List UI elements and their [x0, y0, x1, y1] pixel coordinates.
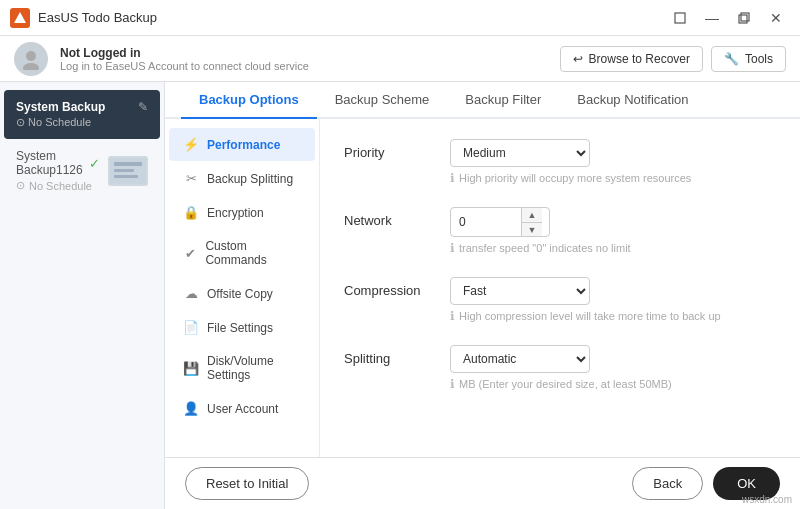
spinner-down-btn[interactable]: ▼ [522, 222, 542, 236]
settings-content: Priority Low Medium High ℹ High priority… [320, 119, 800, 457]
footer-left: Reset to Initial [185, 467, 309, 500]
priority-label: Priority [344, 139, 434, 160]
compression-hint: ℹ High compression level will take more … [450, 309, 776, 323]
menu-item-commands[interactable]: ✔ Custom Commands [169, 230, 315, 276]
sidebar-item-backup1126[interactable]: System Backup1126 ✓ ⊙ No Schedule [4, 141, 160, 200]
sidebar-item2-sub: ⊙ No Schedule [16, 179, 100, 192]
performance-icon: ⚡ [183, 137, 199, 152]
app-logo [10, 8, 30, 28]
settings-panel: ⚡ Performance ✂ Backup Splitting 🔒 Encry… [165, 119, 800, 457]
encryption-icon: 🔒 [183, 205, 199, 220]
user-name: Not Logged in [60, 46, 548, 60]
close-btn[interactable]: ✕ [762, 4, 790, 32]
menu-item-splitting[interactable]: ✂ Backup Splitting [169, 162, 315, 195]
compression-label: Compression [344, 277, 434, 298]
menu-item-disk[interactable]: 💾 Disk/Volume Settings [169, 345, 315, 391]
filesettings-icon: 📄 [183, 320, 199, 335]
splitting-hint-icon: ℹ [450, 377, 455, 391]
splitting-hint: ℹ MB (Enter your desired size, at least … [450, 377, 776, 391]
svg-point-5 [23, 63, 39, 70]
menu-item-encryption[interactable]: 🔒 Encryption [169, 196, 315, 229]
main-layout: System Backup ✎ ⊙ No Schedule System Bac… [0, 82, 800, 509]
sidebar-item2-title: System Backup1126 [16, 149, 85, 177]
menu-item-filesettings[interactable]: 📄 File Settings [169, 311, 315, 344]
headerbar: Not Logged in Log in to EaseUS Account t… [0, 36, 800, 82]
header-buttons: ↩ Browse to Recover 🔧 Tools [560, 46, 786, 72]
svg-rect-8 [114, 169, 134, 172]
disk-icon: 💾 [183, 361, 199, 376]
priority-select[interactable]: Low Medium High [450, 139, 590, 167]
window-controls: — ✕ [666, 4, 790, 32]
svg-rect-3 [741, 13, 749, 21]
splitting-select[interactable]: Automatic Custom [450, 345, 590, 373]
network-hint: ℹ transfer speed "0" indicates no limit [450, 241, 776, 255]
spinner-up-btn[interactable]: ▲ [522, 208, 542, 222]
check-icon: ✓ [89, 156, 100, 171]
tab-backup-notification[interactable]: Backup Notification [559, 82, 706, 119]
tools-icon: 🔧 [724, 52, 739, 66]
tabs: Backup Options Backup Scheme Backup Filt… [165, 82, 800, 119]
browse-icon: ↩ [573, 52, 583, 66]
menu-item-user[interactable]: 👤 User Account [169, 392, 315, 425]
compression-control: None Fast Normal High ℹ High compression… [450, 277, 776, 323]
maximize-btn[interactable] [730, 4, 758, 32]
footer: Reset to Initial Back OK [165, 457, 800, 509]
reset-initial-btn[interactable]: Reset to Initial [185, 467, 309, 500]
splitting-control: Automatic Custom ℹ MB (Enter your desire… [450, 345, 776, 391]
svg-rect-2 [739, 15, 747, 23]
sidebar-item1-sub: ⊙ No Schedule [16, 116, 148, 129]
sidebar-thumbnail [108, 156, 148, 186]
avatar [14, 42, 48, 76]
sidebar: System Backup ✎ ⊙ No Schedule System Bac… [0, 82, 165, 509]
priority-hint-icon: ℹ [450, 171, 455, 185]
compression-row: Compression None Fast Normal High ℹ High… [344, 277, 776, 323]
priority-row: Priority Low Medium High ℹ High priority… [344, 139, 776, 185]
back-btn[interactable]: Back [632, 467, 703, 500]
offsite-icon: ☁ [183, 286, 199, 301]
tools-btn[interactable]: 🔧 Tools [711, 46, 786, 72]
priority-control: Low Medium High ℹ High priority will occ… [450, 139, 776, 185]
network-control: 0 ▲ ▼ ℹ transfer speed "0" indicates no … [450, 207, 776, 255]
user-icon: 👤 [183, 401, 199, 416]
priority-hint: ℹ High priority will occupy more system … [450, 171, 776, 185]
splitting-label: Splitting [344, 345, 434, 366]
network-row: Network 0 ▲ ▼ ℹ transfer speed "0" indic… [344, 207, 776, 255]
app-title: EasUS Todo Backup [38, 10, 658, 25]
restore-btn[interactable] [666, 4, 694, 32]
settings-menu: ⚡ Performance ✂ Backup Splitting 🔒 Encry… [165, 119, 320, 457]
user-info: Not Logged in Log in to EaseUS Account t… [60, 46, 548, 72]
network-label: Network [344, 207, 434, 228]
edit-icon[interactable]: ✎ [138, 100, 148, 114]
spinner-buttons: ▲ ▼ [521, 208, 542, 236]
menu-item-offsite[interactable]: ☁ Offsite Copy [169, 277, 315, 310]
svg-rect-1 [675, 13, 685, 23]
minimize-btn[interactable]: — [698, 4, 726, 32]
user-sub: Log in to EaseUS Account to connect clou… [60, 60, 548, 72]
tab-backup-options[interactable]: Backup Options [181, 82, 317, 119]
compression-select[interactable]: None Fast Normal High [450, 277, 590, 305]
content-area: Backup Options Backup Scheme Backup Filt… [165, 82, 800, 509]
browse-recover-btn[interactable]: ↩ Browse to Recover [560, 46, 703, 72]
network-hint-icon: ℹ [450, 241, 455, 255]
network-spinner: 0 ▲ ▼ [450, 207, 550, 237]
sidebar-item1-title: System Backup [16, 100, 105, 114]
watermark: wsxdn.com [742, 494, 792, 505]
splitting-icon: ✂ [183, 171, 199, 186]
svg-marker-0 [14, 12, 26, 23]
network-input[interactable]: 0 [451, 210, 521, 234]
titlebar: EasUS Todo Backup — ✕ [0, 0, 800, 36]
svg-rect-9 [114, 175, 138, 178]
menu-item-performance[interactable]: ⚡ Performance [169, 128, 315, 161]
sidebar-item-system-backup[interactable]: System Backup ✎ ⊙ No Schedule [4, 90, 160, 139]
compression-hint-icon: ℹ [450, 309, 455, 323]
splitting-row: Splitting Automatic Custom ℹ MB (Enter y… [344, 345, 776, 391]
tab-backup-scheme[interactable]: Backup Scheme [317, 82, 448, 119]
commands-icon: ✔ [183, 246, 197, 261]
svg-rect-7 [114, 162, 142, 166]
tab-backup-filter[interactable]: Backup Filter [447, 82, 559, 119]
svg-point-4 [26, 51, 36, 61]
